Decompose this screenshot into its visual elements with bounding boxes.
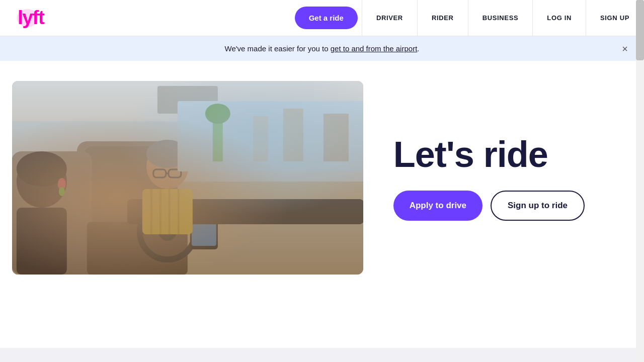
svg-point-18 [146, 144, 189, 189]
svg-point-29 [17, 151, 67, 187]
navbar: lyft Get a ride DRIVER RIDER BUSINESS LO… [0, 0, 644, 36]
svg-rect-6 [77, 141, 178, 275]
svg-rect-7 [85, 146, 170, 247]
svg-rect-17 [127, 199, 363, 224]
hero-cta-group: Apply to drive Sign up to ride [393, 191, 628, 221]
sign-up-to-ride-button[interactable]: Sign up to ride [491, 191, 585, 221]
hero-heading: Let's ride [393, 135, 628, 174]
nav-business-link[interactable]: BUSINESS [468, 0, 533, 36]
svg-point-10 [140, 204, 195, 259]
banner-prefix: We've made it easier for you to [225, 44, 331, 53]
svg-point-35 [205, 104, 230, 124]
svg-rect-8 [12, 151, 92, 275]
footer-bar [0, 348, 636, 362]
nav-signup-link[interactable]: SIGN UP [586, 0, 644, 36]
svg-rect-38 [324, 114, 349, 161]
svg-rect-37 [283, 109, 303, 161]
nav-rider-link[interactable]: RIDER [417, 0, 468, 36]
svg-rect-9 [87, 222, 188, 275]
hero-image-container [12, 81, 363, 275]
scrollbar-thumb[interactable] [636, 0, 644, 60]
nav-login-link[interactable]: LOG IN [532, 0, 586, 36]
banner-text: We've made it easier for you to get to a… [225, 44, 420, 53]
svg-point-11 [158, 223, 177, 241]
svg-rect-2 [12, 81, 363, 275]
svg-point-19 [146, 140, 189, 168]
nav-links: DRIVER RIDER BUSINESS LOG IN SIGN UP [362, 0, 644, 36]
banner-suffix: . [417, 44, 419, 53]
svg-rect-5 [157, 86, 218, 114]
get-ride-button[interactable]: Get a ride [295, 7, 358, 29]
svg-rect-20 [153, 169, 166, 177]
svg-point-30 [58, 178, 66, 190]
svg-point-31 [59, 187, 65, 196]
apply-to-drive-button[interactable]: Apply to drive [393, 191, 482, 221]
banner-close-button[interactable]: × [622, 44, 628, 54]
hero-text-area: Let's ride Apply to drive Sign up to rid… [363, 135, 628, 221]
svg-rect-21 [169, 169, 181, 177]
svg-point-28 [17, 155, 67, 208]
hero-image [12, 81, 363, 275]
nav-driver-link[interactable]: DRIVER [362, 0, 417, 36]
svg-text:lyft: lyft [18, 7, 45, 28]
main-content: Let's ride Apply to drive Sign up to rid… [0, 61, 644, 295]
svg-rect-23 [142, 189, 193, 234]
svg-rect-34 [213, 111, 223, 161]
announcement-banner: We've made it easier for you to get to a… [0, 36, 644, 61]
svg-rect-15 [190, 209, 218, 249]
svg-rect-4 [12, 81, 363, 121]
banner-airport-link[interactable]: get to and from the airport [331, 44, 418, 53]
scrollbar-track[interactable] [636, 0, 644, 362]
svg-rect-33 [178, 101, 363, 171]
svg-rect-3 [12, 81, 363, 182]
svg-rect-16 [192, 212, 216, 246]
svg-rect-32 [17, 208, 67, 275]
logo[interactable]: lyft [16, 6, 46, 30]
svg-rect-36 [253, 116, 268, 161]
